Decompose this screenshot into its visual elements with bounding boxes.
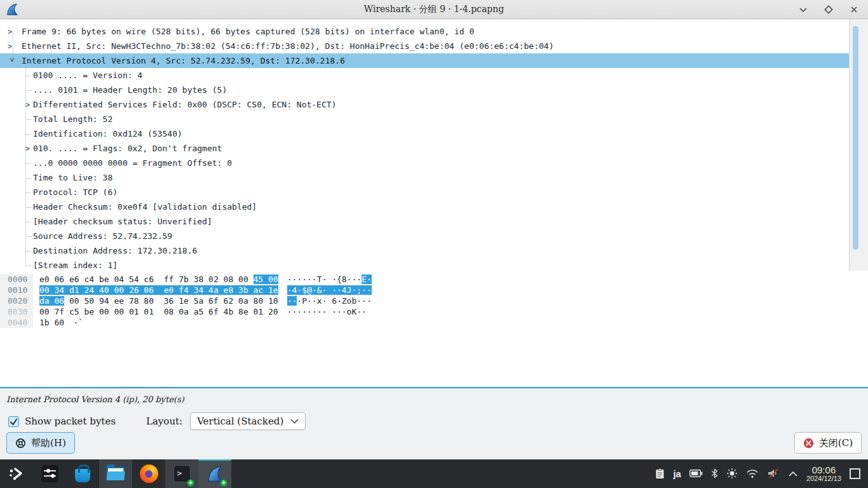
firefox-icon [140, 464, 158, 483]
byte-offset: 0020 [0, 295, 33, 306]
tree-branch-tick [25, 134, 31, 135]
wifi-icon[interactable] [746, 468, 759, 478]
tree-row[interactable]: Time to Live: 38 [0, 170, 849, 185]
tree-row-label: Differentiated Services Field: 0x00 (DSC… [33, 100, 336, 109]
tree-row-label: Frame 9: 66 bytes on wire (528 bits), 66… [22, 27, 474, 36]
hex-bytes: da 06 00 50 94 ee 78 80 36 1e 5a 6f 62 0… [39, 295, 278, 306]
byte-offset: 0040 [0, 317, 33, 328]
tree-row[interactable]: Total Length: 52 [0, 112, 849, 126]
battery-icon[interactable] [689, 470, 703, 477]
tree-row-label: Source Address: 52.74.232.59 [33, 231, 172, 241]
tree-row[interactable]: Header Checksum: 0xe0f4 [validation disa… [0, 200, 849, 214]
new-window-badge: + [220, 479, 227, 487]
tree-row[interactable]: >Ethernet II, Src: NewH3CTechno_7b:38:02… [0, 39, 849, 53]
expand-icon[interactable]: > [25, 98, 33, 112]
tree-row[interactable]: .... 0101 = Header Length: 20 bytes (5) [0, 83, 849, 97]
packet-detail-tree: >Frame 9: 66 bytes on wire (528 bits), 6… [0, 20, 868, 271]
tree-row[interactable]: 0100 .... = Version: 4 [0, 68, 849, 83]
hex-bytes: e0 06 e6 c4 be 04 54 c6 ff 7b 38 02 08 0… [39, 274, 278, 285]
hex-bytes: 1b 60 [39, 317, 64, 328]
layout-dropdown[interactable]: Vertical (Stacked) [190, 412, 306, 430]
close-button[interactable]: 关闭(C) [794, 432, 862, 454]
tree-row-label: 010. .... = Flags: 0x2, Don't fragment [33, 144, 222, 153]
window-title: Wireshark · 分组 9 · 1-4.pcapng [0, 4, 868, 15]
expand-icon[interactable]: > [25, 142, 33, 156]
byte-offset: 0010 [0, 285, 33, 295]
minimize-icon[interactable] [798, 4, 808, 15]
help-button-label: 帮助(H) [31, 437, 66, 449]
window-titlebar: Wireshark · 分组 9 · 1-4.pcapng [0, 0, 868, 19]
ascii-bytes: ········ ···oK·· [287, 306, 372, 317]
tree-row-label: Total Length: 52 [33, 114, 112, 124]
clock[interactable]: 09:06 2024/12/13 [806, 465, 841, 482]
expand-icon[interactable]: > [8, 25, 22, 39]
tree-row[interactable]: >Frame 9: 66 bytes on wire (528 bits), 6… [0, 24, 849, 39]
clock-time: 09:06 [806, 465, 841, 475]
tree-row[interactable]: >Internet Protocol Version 4, Src: 52.74… [0, 53, 849, 68]
hex-row[interactable]: 001000 34 d1 24 40 00 26 06 e0 f4 34 4a … [0, 285, 868, 295]
close-window-icon[interactable] [849, 4, 859, 15]
ascii-bytes: ·4·$@·&· ··4J·;·· [287, 285, 372, 295]
tree-branch-tick [25, 178, 31, 179]
brightness-icon[interactable] [726, 468, 738, 479]
tree-row-label: ...0 0000 0000 0000 = Fragment Offset: 0 [33, 158, 232, 168]
expand-icon[interactable]: > [8, 39, 22, 54]
hex-row[interactable]: 0020da 06 00 50 94 ee 78 80 36 1e 5a 6f … [0, 295, 868, 306]
close-red-icon [803, 438, 814, 449]
tree-row[interactable]: >Differentiated Services Field: 0x00 (DS… [0, 97, 849, 112]
taskbar: > + + ja [0, 459, 868, 488]
tree-branch-tick [25, 119, 31, 120]
tree-row[interactable]: Destination Address: 172.30.218.6 [0, 243, 849, 258]
ascii-bytes: ······T· ·{8···E· [287, 274, 372, 285]
tree-row-label: .... 0101 = Header Length: 20 bytes (5) [33, 85, 227, 95]
selected-field-status: Internet Protocol Version 4 (ip), 20 byt… [6, 395, 868, 404]
maximize-icon[interactable] [824, 4, 834, 15]
discover-button[interactable] [66, 459, 99, 488]
tree-row[interactable]: >010. .... = Flags: 0x2, Don't fragment [0, 141, 849, 156]
input-method-indicator[interactable]: ja [673, 468, 681, 479]
volume-muted-icon[interactable] [767, 468, 780, 478]
firefox-button[interactable] [132, 459, 165, 488]
bluetooth-icon[interactable] [711, 468, 718, 478]
tree-row-label: Identification: 0xd124 (53540) [33, 129, 182, 139]
help-button[interactable]: 帮助(H) [6, 432, 75, 454]
tree-scrollbar[interactable] [849, 20, 868, 271]
byte-offset: 0000 [0, 274, 33, 285]
tree-branch-tick [25, 90, 31, 91]
tree-scrollbar-thumb[interactable] [853, 26, 858, 250]
app-launcher-button[interactable] [0, 459, 33, 488]
dialog-footer: Internet Protocol Version 4 (ip), 20 byt… [0, 390, 868, 459]
tree-row[interactable]: Source Address: 52.74.232.59 [0, 229, 849, 243]
tree-row[interactable]: Protocol: TCP (6) [0, 185, 849, 200]
close-button-label: 关闭(C) [819, 437, 853, 449]
tree-row-label: Ethernet II, Src: NewH3CTechno_7b:38:02 … [22, 41, 553, 51]
hex-row[interactable]: 0000e0 06 e6 c4 be 04 54 c6 ff 7b 38 02 … [0, 274, 868, 285]
show-desktop-button[interactable] [850, 468, 860, 479]
tree-branch-tick [25, 266, 31, 266]
tree-row[interactable]: Identification: 0xd124 (53540) [0, 126, 849, 141]
system-settings-button[interactable] [33, 459, 66, 488]
collapse-icon[interactable]: > [4, 58, 19, 65]
tree-row-label: 0100 .... = Version: 4 [33, 71, 142, 80]
ascii-bytes: ···P··x· 6·Zob··· [287, 295, 372, 306]
tree-branch-tick [25, 76, 31, 76]
hex-row[interactable]: 003000 7f c5 be 00 00 01 01 08 0a a5 6f … [0, 306, 868, 317]
wireshark-task[interactable]: + [198, 459, 231, 488]
tree-branch-tick [25, 236, 31, 237]
checkmark-icon [10, 417, 18, 426]
tree-row-label: Internet Protocol Version 4, Src: 52.74.… [22, 56, 345, 65]
konsole-task[interactable]: > + [165, 459, 198, 488]
hex-bytes: 00 7f c5 be 00 00 01 01 08 0a a5 6f 4b 8… [39, 306, 278, 317]
expand-tray-icon[interactable] [788, 471, 798, 477]
tree-row[interactable]: ...0 0000 0000 0000 = Fragment Offset: 0 [0, 156, 849, 170]
folder-icon [107, 467, 125, 480]
chevron-down-icon [290, 419, 299, 424]
tree-row-label: Destination Address: 172.30.218.6 [33, 246, 197, 255]
tree-branch-tick [25, 163, 31, 164]
hex-row[interactable]: 00401b 60·` [0, 317, 868, 328]
tree-row-label: Protocol: TCP (6) [33, 187, 118, 197]
clipboard-icon[interactable] [655, 468, 665, 479]
show-packet-bytes-checkbox[interactable] [8, 416, 19, 427]
file-manager-task[interactable] [99, 459, 132, 488]
tree-row[interactable]: [Header checksum status: Unverified] [0, 214, 849, 229]
